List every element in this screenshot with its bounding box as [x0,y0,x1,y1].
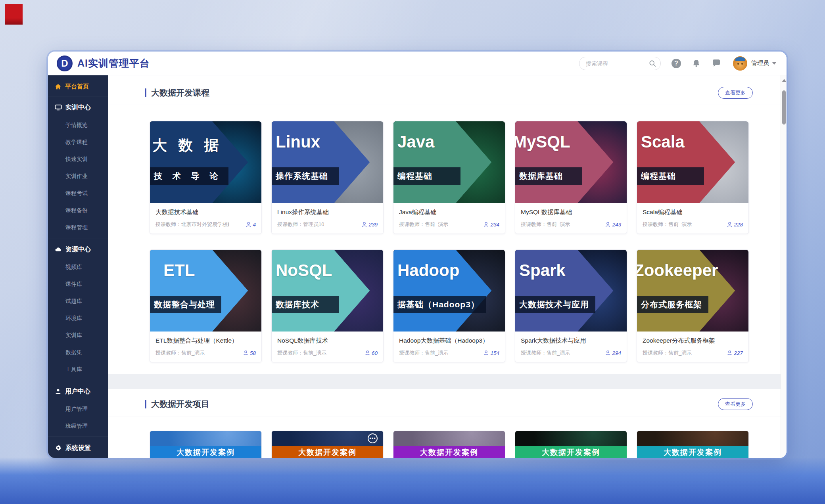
course-card[interactable]: Hadoop 据基础（Hadoop3） Hadoop大数据基础（Hadoop3）… [393,249,505,362]
section-title: 大数据开发项目 [151,399,209,410]
sidebar-item[interactable]: 课件库 [48,276,108,293]
sidebar-item[interactable]: 课程备份 [48,202,108,219]
course-card[interactable]: ETL 数据整合与处理 ETL数据整合与处理（Kettle） 授课教师：售前_演… [150,249,262,362]
student-count: 228 [727,222,743,228]
student-count: 294 [605,350,621,356]
person-icon [362,222,367,227]
sidebar-item[interactable]: 试题库 [48,293,108,310]
search-icon[interactable] [649,60,656,67]
message-icon[interactable] [712,59,721,68]
person-icon [365,350,370,356]
course-card[interactable]: Java 编程基础 Java编程基础 授课教师：售前_演示 [393,121,505,234]
projects-section: 大数据开发项目 查看更多 大数据开发案例 ••• [108,389,781,458]
sidebar-item[interactable]: 课程管理 [48,219,108,236]
sidebar-item[interactable]: 数据集 [48,344,108,361]
view-more-button[interactable]: 查看更多 [718,87,753,99]
course-title: 大数据技术基础 [155,208,256,217]
project-banner-label: 大数据开发案例 [542,447,600,458]
person-icon [246,222,251,227]
divider [48,96,108,96]
sidebar-section-settings[interactable]: 系统设置 [48,439,108,457]
course-cover: 大 数 据 技 术 导 论 [150,121,261,203]
user-avatar[interactable] [733,56,747,71]
cover-subtitle-band: 数据库技术 [272,296,339,313]
project-card-row: 大数据开发案例 ••• 大数据开发案例 大数据开发案例 [108,431,781,458]
project-card[interactable]: ••• 大数据开发案例 [271,431,384,458]
resource-center-icon [55,246,62,253]
course-cover: Linux 操作系统基础 [272,121,383,203]
sidebar-item[interactable]: 环境库 [48,310,108,327]
course-teacher: 授课教师：售前_演示 [399,349,448,356]
sidebar-item-home[interactable]: 平台首页 [48,79,108,94]
course-title: ETL数据整合与处理（Kettle） [155,337,256,345]
course-card[interactable]: Linux 操作系统基础 Linux操作系统基础 授课教师：管理员10 [271,121,384,234]
help-icon[interactable]: ? [672,59,681,68]
sidebar-section-resources[interactable]: 资源中心 [48,240,108,259]
course-card[interactable]: 大 数 据 技 术 导 论 大数据技术基础 授课教师：北京市对外贸易学校教... [150,121,262,234]
sidebar-item[interactable]: 课程考试 [48,185,108,202]
sidebar-item[interactable]: 工具库 [48,361,108,378]
section-title-bar [145,88,146,97]
course-title: Scala编程基础 [643,208,743,217]
project-card[interactable]: 大数据开发案例 [150,431,262,458]
project-banner-label: 大数据开发案例 [177,447,235,458]
sidebar-item[interactable]: 用户管理 [48,401,108,418]
project-card[interactable]: 大数据开发案例 [515,431,627,458]
course-cover: Scala 编程基础 [637,121,748,203]
app-header: D AI实训管理平台 ? [48,52,787,75]
course-card-row-1: 大 数 据 技 术 导 论 大数据技术基础 授课教师：北京市对外贸易学校教... [108,121,781,234]
scrollbar[interactable] [781,75,787,458]
sidebar: 平台首页 实训中心 学情概览 教学课程 快速实训 实训作业 课程考试 课程备份 [48,75,108,458]
settings-gear-icon [55,445,62,452]
course-teacher: 授课教师：售前_演示 [399,221,448,228]
project-cover [393,431,505,446]
project-card[interactable]: 大数据开发案例 [637,431,749,458]
section-gap [108,374,787,389]
cover-subtitle-band: 据基础（Hadoop3） [393,296,486,313]
divider [48,380,108,380]
sidebar-item[interactable]: 快速实训 [48,151,108,168]
app-title: AI实训管理平台 [77,57,150,70]
sidebar-item[interactable]: 学情概览 [48,117,108,134]
student-count: 154 [483,350,499,356]
course-cover: Zookeeper 分布式服务框架 [637,250,748,332]
course-card[interactable]: MySQL 数据库基础 MySQL数据库基础 授课教师：售前_演示 [515,121,627,234]
cover-arrow-shape [150,121,261,203]
course-card[interactable]: Scala 编程基础 Scala编程基础 授课教师：售前_演示 [637,121,749,234]
course-card[interactable]: Zookeeper 分布式服务框架 Zookeeper分布式服务框架 授课教师：… [637,249,749,362]
sidebar-item[interactable]: 教学课程 [48,134,108,151]
user-center-icon [55,388,61,395]
divider [108,105,781,105]
course-title: Java编程基础 [399,208,499,217]
student-count: 227 [727,350,743,356]
project-cover: ••• [272,431,383,446]
course-teacher: 授课教师：售前_演示 [643,221,692,228]
cover-subtitle-band: 编程基础 [637,167,704,185]
view-more-button[interactable]: 查看更多 [718,398,753,410]
course-cover: ETL 数据整合与处理 [150,250,261,332]
course-cover: NoSQL 数据库技术 [272,250,383,332]
cover-title: Hadoop [397,261,459,280]
notification-bell-icon[interactable] [692,59,701,68]
sidebar-item[interactable]: 实训作业 [48,168,108,185]
cover-title: Scala [641,132,685,151]
user-name[interactable]: 管理员 [751,59,769,67]
project-cover [150,431,261,446]
course-teacher: 授课教师：售前_演示 [643,349,692,356]
student-count: 4 [246,222,256,228]
student-count: 234 [483,222,499,228]
user-menu-caret-icon[interactable] [772,62,776,65]
sidebar-item[interactable]: 实训库 [48,327,108,344]
sidebar-section-users[interactable]: 用户中心 [48,382,108,401]
sidebar-item[interactable]: 视频库 [48,259,108,276]
project-card[interactable]: 大数据开发案例 [393,431,505,458]
course-card[interactable]: Spark 大数据技术与应用 Spark大数据技术与应用 授课教师：售前_演示 [515,249,627,362]
cover-subtitle-band: 数据整合与处理 [150,296,221,313]
scroll-up-arrow-icon[interactable] [782,79,786,82]
sidebar-item[interactable]: 班级管理 [48,418,108,435]
project-cover [515,431,627,446]
cover-subtitle-band: 技 术 导 论 [150,167,228,185]
course-card[interactable]: NoSQL 数据库技术 NoSQL数据库技术 授课教师：售前_演示 [271,249,384,362]
scrollbar-thumb[interactable] [782,90,786,125]
sidebar-section-training[interactable]: 实训中心 [48,98,108,117]
